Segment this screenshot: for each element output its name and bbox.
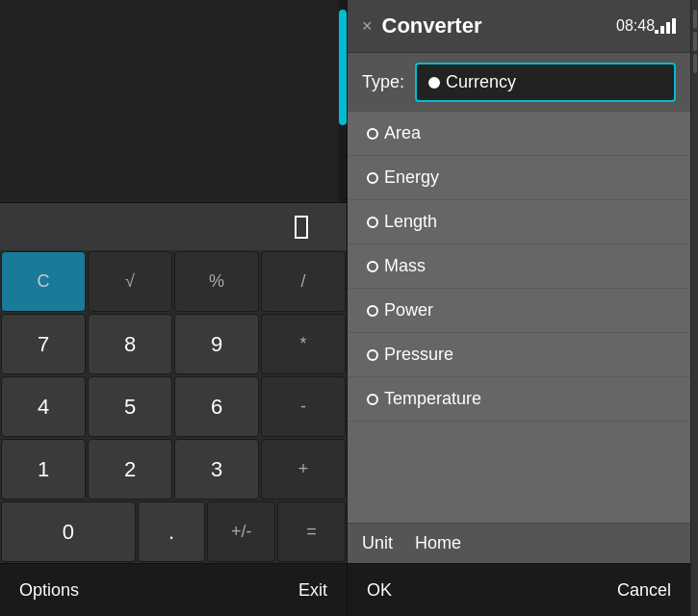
list-item[interactable]: Area: [348, 112, 690, 156]
calc-display: [0, 0, 347, 202]
calc-btn-divide[interactable]: /: [261, 251, 346, 312]
calc-row-2: 7 8 9 *: [0, 313, 347, 375]
option-temperature-label: Temperature: [384, 389, 481, 409]
calc-row-1: C √ % /: [0, 250, 347, 313]
converter-footer: OK Cancel: [348, 563, 690, 616]
list-item[interactable]: Temperature: [348, 377, 690, 422]
calc-btn-5[interactable]: 5: [88, 376, 172, 437]
option-length-label: Length: [384, 212, 437, 232]
calc-row-3: 4 5 6 -: [0, 375, 347, 438]
selected-type-text: Currency: [446, 72, 516, 92]
calc-btn-add[interactable]: +: [261, 439, 346, 500]
calc-btn-sqrt[interactable]: √: [88, 251, 172, 312]
calc-btn-2[interactable]: 2: [88, 439, 172, 500]
calc-row-4: 1 2 3 +: [0, 438, 347, 500]
radio-mass-icon: [367, 261, 378, 272]
calc-scrollbar[interactable]: [339, 0, 347, 202]
type-dropdown[interactable]: Currency: [415, 63, 676, 102]
calc-btn-clear[interactable]: C: [1, 251, 86, 312]
radio-temperature-icon: [367, 394, 378, 405]
calc-footer: Options Exit: [0, 563, 347, 616]
converter-panel: × Converter 08:48 Type: Currency Area En…: [348, 0, 690, 616]
unit-value: Home: [415, 533, 461, 553]
list-item[interactable]: Mass: [348, 244, 690, 289]
calc-btn-8[interactable]: 8: [88, 314, 172, 374]
calc-options-button[interactable]: Options: [19, 580, 79, 601]
converter-options-list: Area Energy Length Mass Power Pressure T…: [348, 112, 690, 523]
radio-pressure-icon: [367, 349, 378, 361]
option-pressure-label: Pressure: [384, 345, 453, 365]
right-edge: [690, 0, 698, 616]
converter-cancel-button[interactable]: Cancel: [617, 580, 671, 601]
radio-selected-icon: [428, 77, 440, 89]
calc-btn-6[interactable]: 6: [174, 376, 259, 437]
list-item[interactable]: Power: [348, 289, 690, 333]
calc-btn-decimal[interactable]: .: [138, 501, 206, 562]
unit-row: Unit Home: [348, 523, 690, 563]
option-power-label: Power: [384, 300, 433, 321]
calc-btn-7[interactable]: 7: [1, 314, 86, 374]
calc-scroll-thumb: [339, 10, 347, 125]
radio-length-icon: [367, 217, 378, 228]
signal-icon: [655, 18, 676, 34]
option-energy-label: Energy: [384, 167, 439, 188]
status-time: 08:48: [616, 17, 655, 35]
type-row: Type: Currency: [348, 53, 690, 112]
list-item[interactable]: Length: [348, 200, 690, 244]
calc-btn-multiply[interactable]: *: [261, 314, 346, 374]
unit-label: Unit: [362, 533, 405, 553]
calc-row-5: 0 . +/- =: [0, 500, 347, 563]
radio-area-icon: [367, 128, 378, 140]
radio-energy-icon: [367, 172, 378, 184]
calc-btn-3[interactable]: 3: [174, 439, 259, 500]
calc-buttons-area: C √ % / 7 8 9 * 4 5 6 - 1 2 3 + 0 .: [0, 250, 347, 563]
calc-cursor: [295, 216, 308, 239]
converter-header: × Converter 08:48: [348, 0, 690, 53]
type-label: Type:: [362, 72, 405, 92]
calc-btn-equals[interactable]: =: [277, 501, 346, 562]
calc-btn-0[interactable]: 0: [1, 501, 136, 562]
list-item[interactable]: Pressure: [348, 333, 690, 377]
option-area-label: Area: [384, 123, 421, 143]
calculator-panel: C √ % / 7 8 9 * 4 5 6 - 1 2 3 + 0 .: [0, 0, 348, 616]
calc-btn-subtract[interactable]: -: [261, 376, 346, 437]
calc-btn-percent[interactable]: %: [174, 251, 259, 312]
list-item[interactable]: Energy: [348, 156, 690, 200]
calc-btn-plusminus[interactable]: +/-: [207, 501, 275, 562]
converter-ok-button[interactable]: OK: [367, 580, 392, 601]
calc-btn-1[interactable]: 1: [1, 439, 86, 500]
radio-power-icon: [367, 305, 378, 317]
calc-exit-button[interactable]: Exit: [298, 580, 327, 601]
calc-btn-9[interactable]: 9: [174, 314, 259, 374]
converter-title: Converter: [382, 13, 617, 38]
calc-btn-4[interactable]: 4: [1, 376, 86, 437]
option-mass-label: Mass: [384, 256, 426, 276]
close-icon[interactable]: ×: [362, 16, 373, 37]
calc-result-bar: [0, 202, 347, 250]
